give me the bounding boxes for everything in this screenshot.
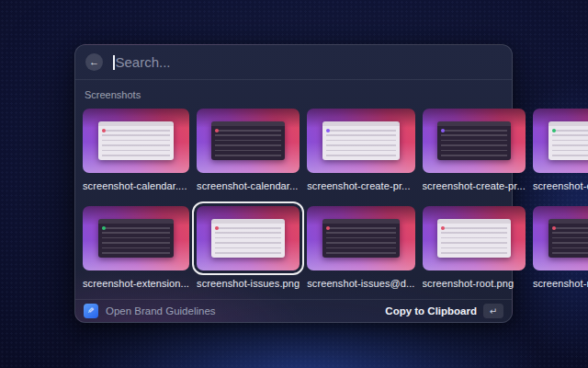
extension-info: ✎ Open Brand Guidelines: [84, 304, 216, 318]
grid-item-create-pr[interactable]: screenshot-create-pr...: [307, 109, 414, 191]
screenshot-thumbnail: [423, 206, 526, 270]
thumbnail-window-preview: [98, 121, 174, 160]
accent-dot: [102, 129, 106, 132]
thumbnail-window-preview: [98, 219, 174, 258]
text-caret: [113, 55, 115, 70]
extension-title: Open Brand Guidelines: [106, 305, 216, 316]
accent-dot: [552, 226, 556, 230]
grid-item-extension-dark[interactable]: screenshot-extension...: [83, 206, 189, 289]
screenshot-thumbnail: [83, 109, 189, 173]
file-name: screenshot-create-pr...: [423, 180, 526, 191]
file-name: screenshot-calendar....: [83, 180, 189, 191]
file-name: screenshot-issues@d...: [307, 278, 414, 289]
thumbnail-window-preview: [211, 121, 285, 160]
grid-item-issues-selected[interactable]: screenshot-issues.png: [197, 206, 300, 289]
accent-dot: [102, 226, 106, 230]
grid-item-issues-dark[interactable]: screenshot-issues@d...: [307, 206, 414, 289]
file-name: screenshot-issues.png: [197, 278, 300, 289]
accent-dot: [326, 129, 330, 132]
screenshot-thumbnail: [307, 206, 414, 270]
thumbnail-window-preview: [437, 121, 511, 160]
grid-item-calendar[interactable]: screenshot-calendar....: [83, 109, 189, 191]
thumbnail-window-preview: [548, 121, 588, 160]
accent-dot: [552, 129, 556, 132]
back-button[interactable]: ←: [85, 53, 103, 71]
results-area: Screenshots screenshot-calendar.... scre…: [75, 80, 512, 299]
accent-dot: [441, 226, 445, 230]
brand-guidelines-pen-icon: ✎: [84, 304, 98, 318]
screenshot-thumbnail: [197, 109, 300, 173]
back-arrow-icon: ←: [89, 53, 99, 71]
accent-dot: [215, 129, 219, 132]
file-name: screenshot-extension...: [533, 180, 588, 191]
thumbnail-window-preview: [322, 121, 399, 160]
screenshot-thumbnail: [533, 206, 588, 270]
primary-action-label: Copy to Clipboard: [385, 305, 477, 316]
screenshot-grid: screenshot-calendar.... screenshot-calen…: [83, 109, 504, 289]
screenshot-thumbnail: [307, 109, 414, 173]
grid-item-root[interactable]: screenshot-root.png: [423, 206, 526, 289]
launcher-window: ← Screenshots screenshot-calendar.... sc…: [74, 44, 513, 323]
accent-dot: [441, 129, 445, 132]
grid-item-create-pr-dark[interactable]: screenshot-create-pr...: [423, 109, 526, 191]
screenshot-thumbnail: [533, 109, 588, 173]
screenshot-thumbnail: [197, 206, 300, 270]
accent-dot: [326, 226, 330, 230]
file-name: screenshot-extension...: [83, 278, 189, 289]
action-bar: ✎ Open Brand Guidelines Copy to Clipboar…: [75, 299, 512, 322]
section-title: Screenshots: [85, 89, 503, 100]
primary-action[interactable]: Copy to Clipboard ↵: [385, 304, 503, 318]
file-name: screenshot-root.png: [423, 278, 526, 289]
file-name: screenshot-create-pr...: [307, 180, 414, 191]
search-input[interactable]: [116, 54, 503, 70]
file-name: screenshot-calendar...: [197, 180, 300, 191]
grid-item-root-dark[interactable]: screenshot-root@dar...: [533, 206, 588, 289]
grid-item-extension[interactable]: screenshot-extension...: [533, 109, 588, 191]
thumbnail-window-preview: [548, 219, 588, 258]
grid-item-calendar-dark[interactable]: screenshot-calendar...: [197, 109, 300, 191]
file-name: screenshot-root@dar...: [533, 278, 588, 289]
enter-key-icon: ↵: [483, 304, 503, 318]
search-bar: ←: [75, 45, 512, 80]
accent-dot: [215, 226, 219, 230]
thumbnail-window-preview: [211, 219, 285, 258]
screenshot-thumbnail: [83, 206, 189, 270]
screenshot-thumbnail: [423, 109, 526, 173]
thumbnail-window-preview: [322, 219, 399, 258]
thumbnail-window-preview: [437, 219, 511, 258]
